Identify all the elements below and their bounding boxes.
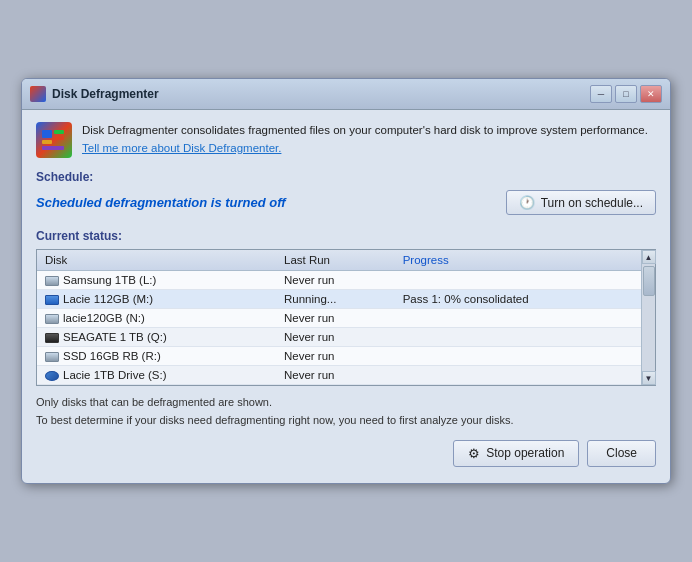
disk-defragmenter-window: Disk Defragmenter ─ □ ✕ Disk Defragmente…: [21, 78, 671, 483]
svg-rect-0: [42, 130, 52, 138]
disk-icon: [45, 333, 59, 343]
window-controls: ─ □ ✕: [590, 85, 662, 103]
info-box: Disk Defragmenter consolidates fragmente…: [36, 122, 656, 158]
col-progress: Progress: [395, 250, 641, 271]
footer-notes: Only disks that can be defragmented are …: [36, 394, 656, 429]
disk-table-container: Disk Last Run Progress Samsung 1TB (L:)N…: [36, 249, 656, 386]
close-button[interactable]: Close: [587, 440, 656, 467]
schedule-status: Scheduled defragmentation is turned off: [36, 195, 286, 210]
disk-last-run-cell: Never run: [276, 328, 395, 347]
table-row[interactable]: SEAGATE 1 TB (Q:)Never run: [37, 328, 641, 347]
table-scrollbar[interactable]: ▲ ▼: [641, 250, 655, 385]
disk-icon: [45, 352, 59, 362]
app-icon: [30, 86, 46, 102]
col-last-run: Last Run: [276, 250, 395, 271]
scroll-thumb[interactable]: [643, 266, 655, 296]
table-row[interactable]: Lacie 1TB Drive (S:)Never run: [37, 366, 641, 385]
table-row[interactable]: SSD 16GB RB (R:)Never run: [37, 347, 641, 366]
svg-rect-4: [42, 146, 64, 150]
disk-last-run-cell: Never run: [276, 347, 395, 366]
disk-name-cell: SSD 16GB RB (R:): [37, 347, 276, 366]
stop-button-label: Stop operation: [486, 446, 564, 460]
footer-note1: Only disks that can be defragmented are …: [36, 394, 656, 412]
schedule-label: Schedule:: [36, 170, 656, 184]
defrag-icon: [36, 122, 72, 158]
info-link[interactable]: Tell me more about Disk Defragmenter.: [82, 142, 281, 154]
schedule-button-label: Turn on schedule...: [541, 196, 643, 210]
disk-icon: [45, 276, 59, 286]
minimize-button[interactable]: ─: [590, 85, 612, 103]
title-bar-left: Disk Defragmenter: [30, 86, 159, 102]
disk-progress-cell: [395, 271, 641, 290]
title-bar: Disk Defragmenter ─ □ ✕: [22, 79, 670, 110]
close-window-button[interactable]: ✕: [640, 85, 662, 103]
footer-note2: To best determine if your disks need def…: [36, 412, 656, 430]
table-row[interactable]: Samsung 1TB (L:)Never run: [37, 271, 641, 290]
disk-name-cell: Samsung 1TB (L:): [37, 271, 276, 290]
restore-button[interactable]: □: [615, 85, 637, 103]
info-description: Disk Defragmenter consolidates fragmente…: [82, 122, 656, 157]
info-description-text: Disk Defragmenter consolidates fragmente…: [82, 124, 648, 136]
table-row[interactable]: lacie120GB (N:)Never run: [37, 309, 641, 328]
disk-table: Disk Last Run Progress Samsung 1TB (L:)N…: [37, 250, 641, 385]
scroll-up-arrow[interactable]: ▲: [642, 250, 656, 264]
disk-progress-cell: [395, 328, 641, 347]
disk-name-cell: SEAGATE 1 TB (Q:): [37, 328, 276, 347]
disk-name-cell: Lacie 1TB Drive (S:): [37, 366, 276, 385]
disk-progress-cell: [395, 366, 641, 385]
schedule-row: Scheduled defragmentation is turned off …: [36, 190, 656, 215]
stop-icon: ⚙: [468, 446, 480, 461]
disk-last-run-cell: Never run: [276, 271, 395, 290]
disk-icon: [45, 295, 59, 305]
disk-name-cell: Lacie 112GB (M:): [37, 290, 276, 309]
table-row[interactable]: Lacie 112GB (M:)Running...Pass 1: 0% con…: [37, 290, 641, 309]
window-title: Disk Defragmenter: [52, 87, 159, 101]
disk-last-run-cell: Never run: [276, 309, 395, 328]
disk-progress-cell: [395, 309, 641, 328]
scroll-down-arrow[interactable]: ▼: [642, 371, 656, 385]
svg-rect-2: [54, 136, 64, 140]
disk-name-cell: lacie120GB (N:): [37, 309, 276, 328]
disk-icon: [45, 371, 59, 381]
disk-last-run-cell: Never run: [276, 366, 395, 385]
stop-operation-button[interactable]: ⚙ Stop operation: [453, 440, 579, 467]
disk-icon: [45, 314, 59, 324]
main-content: Disk Defragmenter consolidates fragmente…: [22, 110, 670, 482]
col-disk: Disk: [37, 250, 276, 271]
disk-last-run-cell: Running...: [276, 290, 395, 309]
bottom-buttons: ⚙ Stop operation Close: [36, 440, 656, 467]
schedule-icon: 🕐: [519, 195, 535, 210]
current-status-label: Current status:: [36, 229, 656, 243]
disk-progress-cell: [395, 347, 641, 366]
svg-rect-3: [42, 140, 52, 144]
schedule-button[interactable]: 🕐 Turn on schedule...: [506, 190, 656, 215]
svg-rect-1: [54, 130, 64, 134]
disk-progress-cell: Pass 1: 0% consolidated: [395, 290, 641, 309]
